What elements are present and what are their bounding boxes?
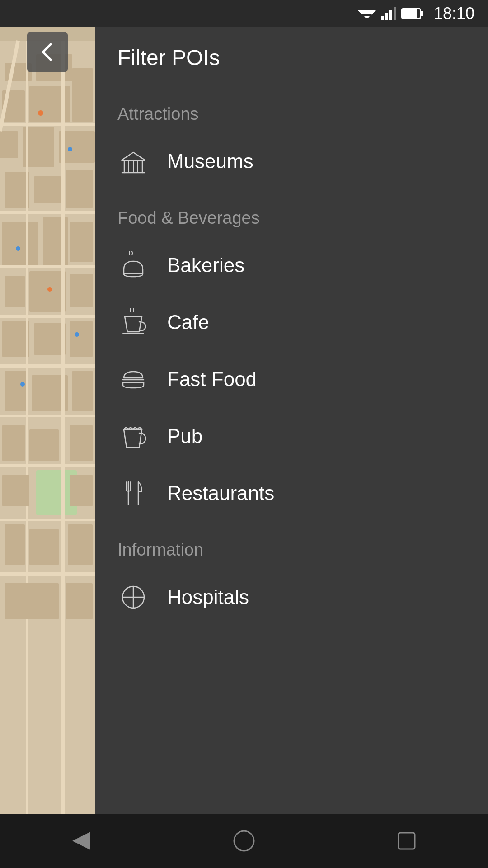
fast-food-icon (117, 363, 149, 395)
svg-rect-47 (70, 425, 93, 461)
svg-rect-51 (29, 529, 59, 565)
section-information: Information Hospitals (95, 522, 488, 626)
fast-food-label: Fast Food (167, 368, 257, 391)
menu-item-fast-food[interactable]: Fast Food (95, 351, 488, 408)
svg-rect-27 (34, 323, 66, 355)
svg-rect-23 (5, 276, 25, 307)
pub-label: Pub (167, 425, 202, 448)
svg-rect-28 (70, 321, 93, 357)
menu-item-museums[interactable]: Museums (95, 133, 488, 190)
back-arrow-icon (36, 41, 59, 63)
menu-item-bakeries[interactable]: Bakeries (95, 237, 488, 294)
nav-bar (0, 814, 488, 868)
svg-rect-24 (29, 271, 66, 312)
svg-marker-3 (366, 18, 368, 19)
svg-point-58 (47, 287, 52, 292)
section-attractions: Attractions Museums (95, 86, 488, 190)
svg-rect-53 (5, 583, 59, 619)
hospitals-label: Hospitals (167, 586, 249, 609)
svg-rect-20 (2, 222, 38, 267)
museum-icon (117, 146, 149, 177)
svg-point-60 (20, 382, 25, 387)
cafe-label: Cafe (167, 311, 209, 334)
svg-point-57 (16, 246, 20, 251)
wifi-icon (358, 7, 376, 20)
svg-rect-18 (34, 176, 61, 203)
svg-rect-83 (399, 833, 415, 849)
nav-back-button[interactable] (59, 823, 104, 859)
svg-marker-81 (72, 832, 90, 850)
svg-rect-31 (72, 371, 93, 411)
svg-rect-54 (66, 583, 93, 619)
nav-home-icon (230, 827, 258, 854)
svg-rect-52 (68, 524, 93, 565)
svg-point-56 (68, 147, 72, 151)
section-food-beverages: Food & Beverages Bakeries (95, 190, 488, 522)
museum-label: Museums (167, 150, 253, 173)
svg-rect-19 (66, 170, 93, 208)
restaurant-icon (117, 477, 149, 509)
section-title-food: Food & Beverages (95, 190, 488, 237)
bakeries-label: Bakeries (167, 254, 244, 277)
menu-item-restaurants[interactable]: Restaurants (95, 465, 488, 522)
svg-point-59 (75, 332, 79, 337)
svg-rect-6 (389, 10, 392, 20)
nav-recents-icon (393, 827, 420, 854)
svg-rect-5 (385, 13, 388, 20)
menu-item-cafe[interactable]: Cafe (95, 294, 488, 351)
svg-rect-49 (70, 475, 93, 506)
svg-rect-25 (70, 274, 93, 307)
restaurants-label: Restaurants (167, 482, 274, 505)
svg-rect-48 (2, 475, 29, 506)
svg-rect-46 (29, 429, 59, 461)
nav-back-icon (68, 827, 95, 854)
bakery-icon (117, 250, 149, 281)
svg-rect-29 (5, 371, 27, 411)
menu-item-hospitals[interactable]: Hospitals (95, 569, 488, 626)
nav-home-button[interactable] (221, 823, 267, 859)
svg-point-82 (234, 831, 254, 851)
svg-point-55 (38, 110, 43, 116)
menu-item-pub[interactable]: Pub (95, 408, 488, 465)
svg-rect-17 (5, 172, 29, 208)
svg-rect-45 (2, 425, 25, 461)
map-area (0, 27, 95, 868)
svg-rect-4 (381, 16, 384, 20)
pub-icon (117, 420, 149, 452)
back-button[interactable] (0, 27, 95, 77)
hospital-icon (117, 581, 149, 613)
svg-rect-50 (5, 524, 25, 565)
svg-rect-7 (394, 7, 396, 20)
filter-title: Filter POIs (117, 45, 465, 70)
battery-icon (401, 8, 421, 19)
svg-rect-14 (0, 131, 18, 158)
section-title-attractions: Attractions (95, 86, 488, 133)
status-time: 18:10 (434, 4, 474, 23)
svg-rect-22 (70, 222, 93, 262)
filter-panel: Filter POIs Attractions (95, 27, 488, 841)
cafe-icon (117, 307, 149, 338)
filter-header: Filter POIs (95, 27, 488, 86)
svg-rect-26 (2, 321, 29, 357)
status-icons: 18:10 (358, 4, 474, 23)
section-title-information: Information (95, 522, 488, 569)
status-bar: 18:10 (0, 0, 488, 27)
nav-recents-button[interactable] (384, 823, 429, 859)
signal-icon (381, 7, 396, 20)
